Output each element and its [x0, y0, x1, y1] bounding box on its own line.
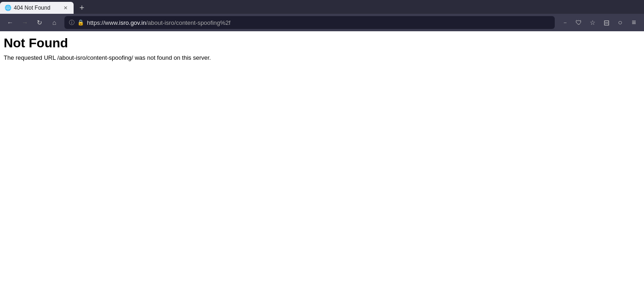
info-icon: ⓘ [69, 19, 75, 27]
profile-icon: ○ [618, 18, 622, 27]
address-bar[interactable]: ⓘ 🔒 https://www.isro.gov.in/about-isro/c… [64, 16, 555, 29]
home-icon [52, 19, 56, 26]
nav-right-buttons: ··· 🛡 ☆ ⊟ ○ ≡ [558, 16, 640, 29]
library-icon: ⊟ [604, 18, 610, 27]
back-icon [7, 19, 13, 26]
star-icon: ☆ [590, 19, 596, 26]
more-button[interactable]: ··· [558, 16, 571, 29]
active-tab[interactable]: 🌐 404 Not Found ✕ [0, 2, 74, 14]
back-button[interactable] [4, 16, 17, 29]
url-domain: isro.gov.in [119, 19, 146, 26]
forward-icon [22, 19, 28, 26]
url-prefix: https://www. [87, 19, 119, 26]
menu-icon: ≡ [632, 18, 636, 27]
url-display: https://www.isro.gov.in/about-isro/conte… [87, 19, 550, 26]
tab-favicon: 🌐 [5, 5, 11, 11]
new-tab-icon: + [80, 3, 85, 13]
more-icon: ··· [564, 20, 566, 25]
tab-bar: 🌐 404 Not Found ✕ + [0, 0, 644, 14]
page-description: The requested URL /about-isro/content-sp… [4, 54, 640, 61]
nav-bar: ⓘ 🔒 https://www.isro.gov.in/about-isro/c… [0, 14, 644, 31]
shield-icon: 🛡 [575, 19, 582, 26]
page-content: Not Found The requested URL /about-isro/… [0, 31, 644, 307]
url-path: /about-isro/content-spoofing%2f [146, 19, 230, 26]
profile-button[interactable]: ○ [614, 16, 627, 29]
forward-button[interactable] [18, 16, 31, 29]
reload-icon [37, 19, 42, 26]
page-heading: Not Found [4, 36, 640, 51]
lock-icon: 🔒 [77, 19, 84, 26]
new-tab-button[interactable]: + [75, 2, 88, 14]
reload-button[interactable] [33, 16, 46, 29]
shield-button[interactable]: 🛡 [572, 16, 585, 29]
tab-close-button[interactable]: ✕ [62, 4, 69, 11]
home-button[interactable] [48, 16, 61, 29]
browser-chrome: 🌐 404 Not Found ✕ + ⓘ 🔒 https://www.isro… [0, 0, 644, 31]
tab-title: 404 Not Found [14, 5, 59, 11]
bookmark-star-button[interactable]: ☆ [586, 16, 599, 29]
menu-button[interactable]: ≡ [627, 16, 640, 29]
library-button[interactable]: ⊟ [600, 16, 613, 29]
